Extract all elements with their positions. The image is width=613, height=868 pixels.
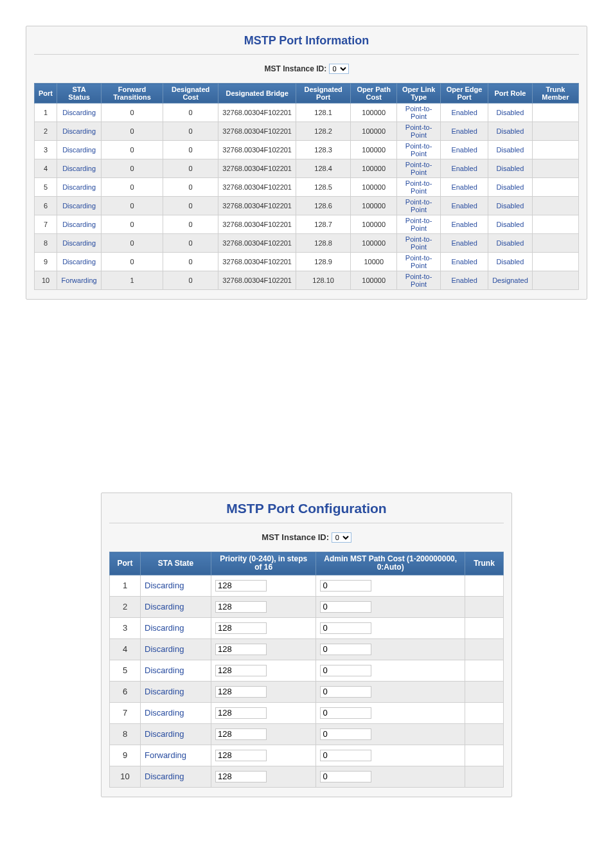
forward-transitions-cell: 0 [102,141,163,159]
priority-input[interactable] [215,665,267,676]
port-cell: 4 [35,159,57,178]
port-cell: 5 [35,178,57,197]
admin-mst-path-cost-input[interactable] [320,771,371,782]
admin-mst-path-cost-cell [316,723,465,745]
oper-link-type-cell: Point-to-Point [397,159,441,178]
trunk-cell [465,745,504,766]
info-title: MSTP Port Information [34,33,579,51]
admin-mst-path-cost-input[interactable] [320,644,371,655]
info-table: Port STA Status Forward Transitions Desi… [34,83,579,290]
table-row: 5Discarding [110,660,504,681]
priority-input[interactable] [215,622,267,634]
sta-status-cell: Discarding [57,141,102,159]
sta-status-cell: Discarding [57,234,102,253]
sta-status-cell: Discarding [57,122,102,141]
oper-link-type-cell: Point-to-Point [397,141,441,159]
forward-transitions-cell: 1 [102,271,163,290]
designated-cost-cell: 0 [163,122,218,141]
sta-status-cell: Discarding [57,253,102,271]
trunk-member-cell [532,178,578,197]
oper-path-cost-cell: 100000 [351,178,397,197]
trunk-cell [465,638,504,660]
designated-bridge-cell: 32768.00304F102201 [218,141,296,159]
priority-input[interactable] [215,707,267,719]
col-admin-mst-path-cost: Admin MST Path Cost (1-200000000, 0:Auto… [316,552,465,575]
col-oper-path-cost: Oper Path Cost [351,84,397,104]
priority-input[interactable] [215,601,267,613]
priority-input[interactable] [215,686,267,698]
port-cell: 2 [110,596,141,617]
admin-mst-path-cost-input[interactable] [320,622,371,634]
designated-bridge-cell: 32768.00304F102201 [218,159,296,178]
admin-mst-path-cost-input[interactable] [320,580,371,592]
priority-input[interactable] [215,771,267,782]
col-designated-cost: Designated Cost [163,84,218,104]
config-instance-label: MST Instance ID: [262,532,329,542]
priority-cell [211,723,316,745]
designated-cost-cell: 0 [163,253,218,271]
admin-mst-path-cost-input[interactable] [320,665,371,676]
oper-path-cost-cell: 100000 [351,215,397,234]
oper-link-type-cell: Point-to-Point [397,271,441,290]
oper-link-type-cell: Point-to-Point [397,215,441,234]
table-row: 7Discarding0032768.00304F102201128.71000… [35,215,579,234]
priority-input[interactable] [215,644,267,655]
admin-mst-path-cost-cell [316,660,465,681]
port-cell: 1 [35,104,57,122]
designated-bridge-cell: 32768.00304F102201 [218,215,296,234]
oper-path-cost-cell: 100000 [351,141,397,159]
col-port-role: Port Role [488,84,533,104]
forward-transitions-cell: 0 [102,253,163,271]
trunk-cell [465,617,504,638]
designated-cost-cell: 0 [163,178,218,197]
trunk-cell [465,702,504,723]
admin-mst-path-cost-input[interactable] [320,686,371,698]
table-row: 10Discarding [110,766,504,787]
designated-port-cell: 128.7 [296,215,351,234]
admin-mst-path-cost-cell [316,766,465,787]
designated-port-cell: 128.1 [296,104,351,122]
priority-cell [211,660,316,681]
port-cell: 7 [35,215,57,234]
port-cell: 1 [110,575,141,596]
designated-cost-cell: 0 [163,197,218,215]
col-sta-status: STA Status [57,84,102,104]
oper-edge-port-cell: Enabled [441,141,488,159]
admin-mst-path-cost-input[interactable] [320,728,371,740]
priority-cell [211,575,316,596]
table-row: 1Discarding0032768.00304F102201128.11000… [35,104,579,122]
forward-transitions-cell: 0 [102,159,163,178]
oper-link-type-cell: Point-to-Point [397,253,441,271]
trunk-cell [465,575,504,596]
admin-mst-path-cost-input[interactable] [320,750,371,761]
oper-edge-port-cell: Enabled [441,271,488,290]
oper-path-cost-cell: 100000 [351,104,397,122]
admin-mst-path-cost-input[interactable] [320,707,371,719]
trunk-member-cell [532,159,578,178]
port-cell: 9 [110,745,141,766]
designated-port-cell: 128.6 [296,197,351,215]
admin-mst-path-cost-input[interactable] [320,601,371,613]
priority-input[interactable] [215,580,267,592]
priority-input[interactable] [215,750,267,761]
trunk-member-cell [532,253,578,271]
admin-mst-path-cost-cell [316,681,465,702]
priority-input[interactable] [215,728,267,740]
col-oper-edge-port: Oper Edge Port [441,84,488,104]
forward-transitions-cell: 0 [102,197,163,215]
port-cell: 7 [110,702,141,723]
designated-bridge-cell: 32768.00304F102201 [218,197,296,215]
priority-cell [211,638,316,660]
oper-edge-port-cell: Enabled [441,178,488,197]
sta-state-cell: Discarding [141,766,211,787]
info-instance-select[interactable]: 0 [329,64,349,74]
designated-bridge-cell: 32768.00304F102201 [218,104,296,122]
port-cell: 10 [110,766,141,787]
table-row: 6Discarding0032768.00304F102201128.61000… [35,197,579,215]
col-port: Port [110,552,141,575]
trunk-cell [465,723,504,745]
admin-mst-path-cost-cell [316,702,465,723]
config-instance-select[interactable]: 0 [332,532,351,543]
oper-link-type-cell: Point-to-Point [397,122,441,141]
col-trunk-member: Trunk Member [532,84,578,104]
